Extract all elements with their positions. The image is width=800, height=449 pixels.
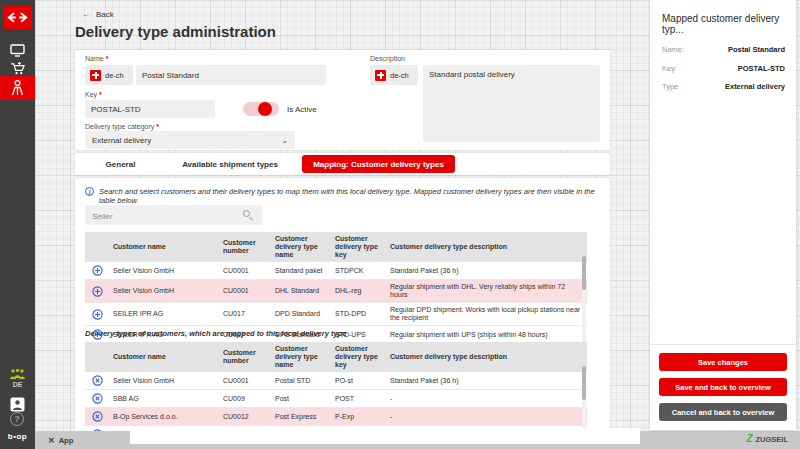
- description-language-chip[interactable]: de-ch: [370, 65, 418, 85]
- swiss-flag-icon: [90, 70, 101, 81]
- cell-customer-number: CU009: [219, 390, 271, 407]
- description-language-label: de-ch: [390, 71, 409, 80]
- header-type-key: Customer delivery type key: [331, 342, 386, 372]
- panel-field-key: Key: POSTAL-STD: [662, 64, 785, 73]
- header-type-name: Customer delivery type name: [271, 232, 331, 262]
- mapped-section-title: Delivery types of customers, which are m…: [85, 329, 346, 338]
- table-row[interactable]: SEILER IPR AG CU017 DPD Standard STD-DPD…: [85, 303, 587, 326]
- panel-title: Mapped customer delivery typ...: [662, 13, 796, 35]
- double-arrow-icon: [7, 12, 28, 23]
- header-type-description: Customer delivery type description: [386, 342, 587, 372]
- cell-type-name: Post Express: [271, 408, 331, 425]
- zugseil-brand-label: ZUGSEIL: [755, 435, 788, 444]
- panel-name-value: Postal Standard: [728, 45, 785, 54]
- description-field[interactable]: Standard postal delivery: [423, 65, 600, 142]
- key-field[interactable]: [85, 100, 215, 118]
- cell-customer-number: CU017: [219, 303, 271, 325]
- add-circle-icon[interactable]: [92, 265, 103, 276]
- panel-type-label: Type: [662, 82, 678, 91]
- tab-general-label: General: [106, 160, 136, 169]
- save-changes-button[interactable]: Save changes: [659, 353, 787, 371]
- cell-type-key: PO-st: [331, 372, 386, 389]
- mapping-panel: i Search and select customers and their …: [75, 178, 610, 434]
- chevron-down-icon: ⌄: [281, 136, 288, 145]
- monitor-icon: [10, 44, 25, 57]
- language-label[interactable]: DE: [0, 381, 35, 388]
- remove-circle-icon[interactable]: [92, 375, 103, 386]
- table-row-highlighted[interactable]: Seiler Vision GmbH CU0001 DHL Standard D…: [85, 280, 587, 303]
- panel-field-type: Type External delivery: [662, 82, 785, 91]
- table-row[interactable]: Seiler Vision GmbH CU0001 Standard paket…: [85, 262, 587, 280]
- search-icon[interactable]: [243, 210, 250, 217]
- table-row-highlighted[interactable]: B-Op Services d.o.o. CU0012 Post Express…: [85, 408, 587, 426]
- divider: [650, 344, 796, 345]
- panel-key-label: Key:: [662, 64, 677, 73]
- cell-customer-number: CU0001: [219, 262, 271, 279]
- add-circle-icon[interactable]: [92, 309, 103, 320]
- tab-general[interactable]: General: [88, 153, 153, 175]
- bottom-bar-label: App: [59, 436, 74, 445]
- info-text: Search and select customers and their de…: [99, 187, 600, 205]
- page-title: Delivery type administration: [75, 23, 276, 40]
- cell-type-name: Postal STD: [271, 372, 331, 389]
- is-active-toggle[interactable]: [243, 102, 279, 116]
- add-circle-icon[interactable]: [92, 286, 103, 297]
- zugseil-brand: Z ZUGSEIL: [746, 434, 788, 444]
- tab-mapping-label: Mapping: Customer delivery types: [313, 160, 444, 169]
- remove-circle-icon[interactable]: [92, 393, 103, 404]
- tab-bar: General Available shipment types Mapping…: [75, 153, 610, 175]
- sbb-logo-icon[interactable]: [3, 6, 32, 29]
- cart-add-icon: [10, 61, 25, 76]
- remove-circle-icon[interactable]: [92, 411, 103, 422]
- delivery-type-form: Name de-ch Description de-ch Standard po…: [75, 50, 610, 150]
- help-icon[interactable]: ?: [10, 412, 24, 426]
- panel-field-name: Name: Postal Standard: [662, 45, 785, 54]
- panel-type-value: External delivery: [725, 82, 785, 91]
- zugseil-z-icon: Z: [746, 434, 752, 444]
- cell-type-name: Standard paket: [271, 262, 331, 279]
- cell-customer-name: B-Op Services d.o.o.: [109, 408, 219, 425]
- close-icon[interactable]: ✕: [48, 436, 55, 445]
- bottom-bar-left: ✕ App: [48, 436, 73, 445]
- cell-type-key: POST: [331, 390, 386, 407]
- info-row: i Search and select customers and their …: [85, 187, 600, 205]
- cell-type-name: DPD Standard: [271, 303, 331, 325]
- tab-available-shipment-types[interactable]: Available shipment types: [175, 153, 285, 175]
- table-row[interactable]: SBB AG CU009 Post POST -: [85, 390, 587, 408]
- cell-type-description: Regular shipment with UPS (ships within …: [386, 326, 587, 343]
- customer-search-input[interactable]: [85, 207, 262, 227]
- person-icon: [11, 80, 24, 96]
- panel-name-label: Name:: [662, 45, 684, 54]
- toggle-knob: [258, 102, 272, 116]
- name-field[interactable]: [136, 65, 326, 85]
- cell-customer-number: CU0012: [219, 408, 271, 425]
- cell-customer-name: Seiler Vision GmbH: [109, 262, 219, 279]
- panel-key-value: POSTAL-STD: [738, 64, 785, 73]
- table-header: Customer name Customer number Customer d…: [85, 232, 587, 262]
- tab-mapping-customer-delivery-types[interactable]: Mapping: Customer delivery types: [302, 155, 455, 173]
- cancel-and-back-button[interactable]: Cancel and back to overview: [659, 403, 787, 421]
- category-label: Delivery type category: [85, 123, 159, 130]
- cell-type-name: Post: [271, 390, 331, 407]
- back-label: Back: [96, 10, 114, 19]
- back-button[interactable]: ← Back: [82, 10, 114, 19]
- bottom-bar: ✕ App Z ZUGSEIL: [35, 431, 800, 449]
- header-type-description: Customer delivery type description: [386, 232, 587, 262]
- table-row[interactable]: Seiler Vision GmbH CU0001 Postal STD PO-…: [85, 372, 587, 390]
- cell-type-description: Standard Paket (36 h): [386, 372, 587, 389]
- customer-search: [85, 205, 262, 225]
- category-select[interactable]: External delivery ⌄: [85, 131, 295, 149]
- cell-type-key: P-Exp: [331, 408, 386, 425]
- toast-overlay: [130, 428, 640, 444]
- cell-type-description: Regular DPD shipment. Works with local p…: [386, 303, 587, 325]
- is-active-label: Is Active: [287, 105, 317, 114]
- name-language-chip[interactable]: de-ch: [85, 65, 133, 85]
- scrollbar[interactable]: [582, 256, 586, 342]
- header-customer-name: Customer name: [109, 232, 219, 262]
- scrollbar[interactable]: [582, 366, 586, 434]
- cell-customer-name: SBB AG: [109, 390, 219, 407]
- save-and-back-button[interactable]: Save and back to overview: [659, 378, 787, 396]
- sidebar-item-person-active[interactable]: [0, 76, 35, 100]
- cell-customer-name: SEILER IPR AG: [109, 303, 219, 325]
- name-language-label: de-ch: [105, 71, 124, 80]
